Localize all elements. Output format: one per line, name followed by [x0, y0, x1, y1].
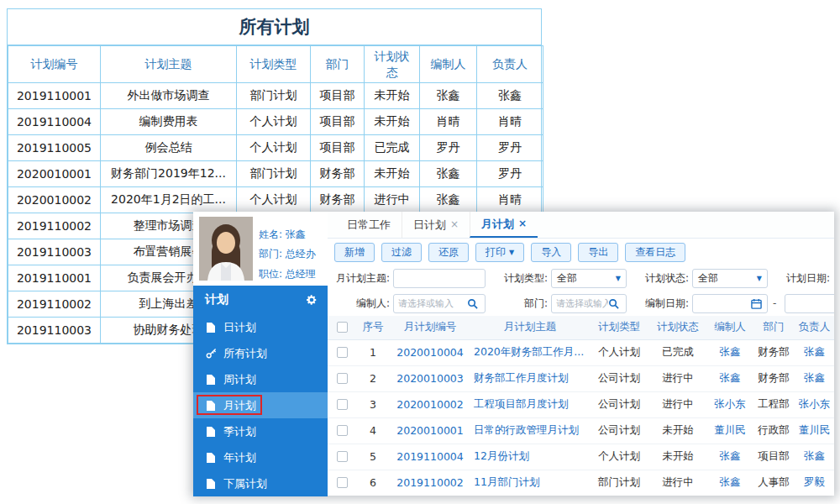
id-link[interactable]: 2019110002 — [396, 476, 464, 489]
select-all-checkbox[interactable] — [337, 322, 348, 333]
row-checkbox[interactable] — [337, 347, 348, 358]
row-checkbox[interactable] — [337, 373, 348, 384]
sidebar-item[interactable]: 所有计划 — [193, 340, 328, 366]
table-cell: 公司计划 — [590, 417, 648, 444]
creator-link[interactable]: 张鑫 — [720, 345, 741, 358]
toolbar-button[interactable]: 打印▼ — [475, 243, 524, 262]
toolbar-button[interactable]: 新增 — [334, 243, 375, 262]
toolbar-button-label: 新增 — [344, 245, 365, 260]
profile-name: 姓名: 张鑫 — [259, 225, 316, 244]
file-icon — [205, 401, 217, 411]
column-header: 计划主题 — [101, 46, 237, 83]
tab-label: 月计划 — [481, 217, 514, 232]
table-cell: 财务部 — [311, 161, 365, 187]
row-checkbox[interactable] — [337, 477, 348, 488]
table-cell: 部门计划 — [237, 83, 311, 109]
tab-bar: 日常工作日计划×月计划× — [328, 212, 834, 239]
row-checkbox[interactable] — [337, 399, 348, 410]
table-row: 42020010001日常的行政管理月计划公司计划未开始董川民行政部董川民 — [328, 417, 834, 444]
toolbar-button-label: 查看日志 — [635, 245, 675, 260]
gear-icon[interactable] — [306, 294, 318, 306]
toolbar-button[interactable]: 导出 — [578, 243, 618, 262]
table-cell: 未开始 — [365, 83, 420, 109]
table-cell: 张鑫 — [707, 470, 753, 496]
creator-link[interactable]: 张鑫 — [720, 475, 741, 488]
profile-info: 姓名: 张鑫 部门: 总经办 职位: 总经理 — [253, 217, 316, 281]
subject-link[interactable]: 财务部工作月度计划 — [474, 371, 569, 384]
status-filter-label: 计划状态: — [643, 271, 689, 286]
column-header: 负责人 — [477, 46, 543, 83]
column-header-label: 计划状态 — [373, 49, 412, 79]
table-cell: 2019110004 — [390, 444, 470, 470]
id-link[interactable]: 2020010002 — [396, 398, 464, 411]
table-cell: 张鑫 — [477, 83, 543, 109]
table-cell: 2019110001 — [8, 265, 101, 291]
subject-link[interactable]: 11月部门计划 — [474, 475, 539, 488]
tab[interactable]: 日计划× — [402, 212, 470, 238]
dept-filter-input[interactable] — [556, 298, 608, 309]
id-link[interactable]: 2020010001 — [396, 424, 464, 437]
row-checkbox[interactable] — [337, 451, 348, 462]
chevron-down-icon: ▼ — [616, 275, 621, 282]
creator-link[interactable]: 张小东 — [714, 397, 746, 410]
owner-link[interactable]: 张鑫 — [804, 345, 825, 358]
type-filter-select[interactable]: 全部 ▼ — [551, 269, 627, 288]
subject-filter-input[interactable] — [393, 269, 486, 288]
search-icon[interactable] — [467, 298, 478, 309]
table-cell: 11月部门计划 — [470, 470, 590, 496]
creator-filter-input[interactable] — [398, 298, 467, 309]
tab[interactable]: 月计划× — [470, 212, 538, 238]
dept-filter-field — [551, 294, 627, 313]
create-date-start-input[interactable] — [692, 294, 768, 313]
status-filter-select[interactable]: 全部 ▼ — [692, 269, 768, 288]
table-cell: 2019110002 — [8, 291, 101, 318]
creator-link[interactable]: 张鑫 — [720, 371, 741, 384]
table-cell: 未开始 — [648, 417, 707, 444]
sidebar-item[interactable]: 日计划 — [193, 314, 328, 340]
table-cell: 张小东 — [795, 391, 834, 417]
subject-link[interactable]: 12月份计划 — [474, 449, 529, 462]
sidebar-item[interactable]: 下属计划 — [193, 470, 328, 496]
owner-link[interactable]: 张小东 — [799, 397, 831, 410]
toolbar-button[interactable]: 还原 — [428, 243, 469, 262]
table-row: 120200100042020年财务部工作月...个人计划已完成张鑫财务部张鑫 — [328, 339, 834, 365]
table-cell: 2019110002 — [390, 470, 470, 496]
sidebar-item-label: 季计划 — [223, 424, 256, 439]
id-link[interactable]: 2020010004 — [396, 346, 464, 359]
owner-link[interactable]: 张鑫 — [804, 449, 825, 462]
owner-link[interactable]: 董川民 — [799, 423, 831, 436]
sidebar-item[interactable]: 月计划 — [193, 392, 328, 418]
table-cell: 张鑫 — [420, 83, 477, 109]
creator-link[interactable]: 董川民 — [714, 423, 746, 436]
create-date-end-input[interactable] — [785, 294, 834, 313]
subject-link[interactable]: 工程项目部月度计划 — [474, 397, 569, 410]
subject-link[interactable]: 2020年财务部工作月... — [474, 345, 584, 358]
sidebar-item[interactable]: 季计划 — [193, 418, 328, 444]
table-cell: 编制费用表 — [101, 109, 237, 135]
sidebar-item-label: 日计划 — [223, 320, 256, 335]
toolbar-button[interactable]: 过滤 — [381, 243, 422, 262]
table-cell: 董川民 — [707, 417, 753, 444]
owner-link[interactable]: 张鑫 — [804, 371, 825, 384]
sidebar: 计划 日计划所有计划周计划月计划季计划年计划下属计划 — [193, 286, 328, 496]
toolbar-button[interactable]: 查看日志 — [625, 243, 685, 262]
search-icon[interactable] — [608, 298, 619, 309]
close-icon[interactable]: × — [450, 218, 459, 230]
subject-link[interactable]: 日常的行政管理月计划 — [474, 423, 579, 436]
page-title: 所有计划 — [8, 9, 541, 45]
sidebar-item[interactable]: 周计划 — [193, 366, 328, 392]
id-link[interactable]: 2019110004 — [396, 450, 464, 463]
app-window: 姓名: 张鑫 部门: 总经办 职位: 总经理 计划 日计划所有计划周计划月计划季… — [193, 212, 834, 496]
toolbar-button[interactable]: 导入 — [531, 243, 571, 262]
owner-link[interactable]: 罗毅 — [804, 475, 825, 488]
tab[interactable]: 日常工作 — [336, 212, 402, 238]
sidebar-item[interactable]: 年计划 — [193, 444, 328, 470]
table-cell: 张鑫 — [707, 444, 753, 470]
id-link[interactable]: 2020010003 — [396, 372, 464, 385]
creator-link[interactable]: 张鑫 — [720, 449, 741, 462]
close-icon[interactable]: × — [518, 218, 527, 229]
row-checkbox[interactable] — [337, 425, 348, 436]
column-header: 计划类型 — [590, 316, 648, 339]
sidebar-header: 计划 — [193, 286, 328, 314]
table-cell: 罗丹 — [477, 161, 543, 187]
